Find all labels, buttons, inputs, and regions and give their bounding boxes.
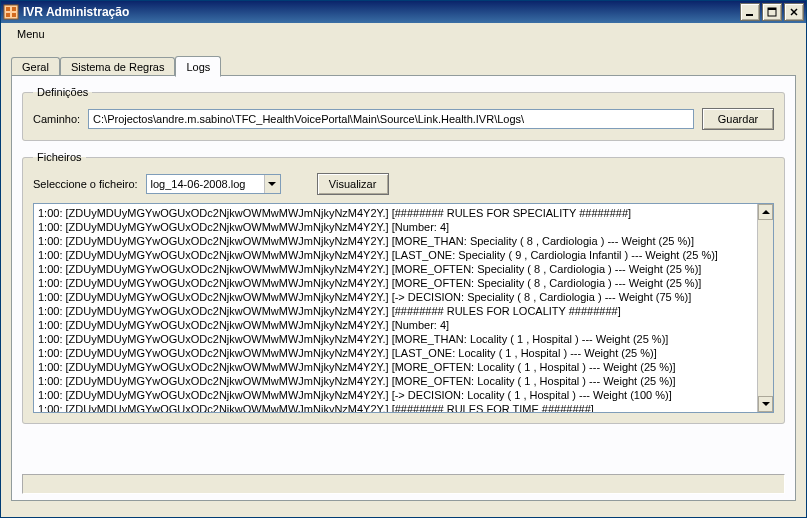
log-line: 1:00: [ZDUyMDUyMGYwOGUxODc2NjkwOWMwMWJmN… [38,374,753,388]
group-definicoes: Definições Caminho: Guardar [22,86,785,141]
svg-rect-7 [768,8,776,10]
scroll-track[interactable] [758,220,773,396]
log-line: 1:00: [ZDUyMDUyMGYwOGUxODc2NjkwOWMwMWJmN… [38,360,753,374]
tab-panel-logs: Definições Caminho: Guardar Ficheiros Se… [11,75,796,501]
menu-item-main[interactable]: Menu [11,26,51,42]
file-combobox-value: log_14-06-2008.log [147,178,264,190]
log-line: 1:00: [ZDUyMDUyMGYwOGUxODc2NjkwOWMwMWJmN… [38,234,753,248]
menu-bar: Menu [1,23,806,45]
caminho-input[interactable] [88,109,694,129]
log-line: 1:00: [ZDUyMDUyMGYwOGUxODc2NjkwOWMwMWJmN… [38,262,753,276]
log-scrollbar[interactable] [757,204,773,412]
svg-rect-4 [12,13,16,17]
group-ficheiros-legend: Ficheiros [33,151,86,163]
visualizar-button[interactable]: Visualizar [317,173,389,195]
svg-rect-3 [6,13,10,17]
svg-marker-10 [268,182,276,186]
log-line: 1:00: [ZDUyMDUyMGYwOGUxODc2NjkwOWMwMWJmN… [38,206,753,220]
log-line: 1:00: [ZDUyMDUyMGYwOGUxODc2NjkwOWMwMWJmN… [38,402,753,412]
window-title: IVR Administração [23,5,740,19]
log-line: 1:00: [ZDUyMDUyMGYwOGUxODc2NjkwOWMwMWJmN… [38,332,753,346]
guardar-button[interactable]: Guardar [702,108,774,130]
log-line: 1:00: [ZDUyMDUyMGYwOGUxODc2NjkwOWMwMWJmN… [38,248,753,262]
tab-logs[interactable]: Logs [175,56,221,77]
caminho-label: Caminho: [33,113,80,125]
svg-marker-12 [762,402,770,406]
svg-marker-11 [762,210,770,214]
svg-rect-5 [746,14,753,16]
log-textarea[interactable]: 1:00: [ZDUyMDUyMGYwOGUxODc2NjkwOWMwMWJmN… [33,203,774,413]
group-ficheiros: Ficheiros Seleccione o ficheiro: log_14-… [22,151,785,424]
log-line: 1:00: [ZDUyMDUyMGYwOGUxODc2NjkwOWMwMWJmN… [38,276,753,290]
scroll-up-icon[interactable] [758,204,773,220]
log-line: 1:00: [ZDUyMDUyMGYwOGUxODc2NjkwOWMwMWJmN… [38,304,753,318]
window-maximize-button[interactable] [762,3,782,21]
window-close-button[interactable] [784,3,804,21]
log-line: 1:00: [ZDUyMDUyMGYwOGUxODc2NjkwOWMwMWJmN… [38,290,753,304]
status-bar [22,474,785,494]
log-line: 1:00: [ZDUyMDUyMGYwOGUxODc2NjkwOWMwMWJmN… [38,346,753,360]
log-line: 1:00: [ZDUyMDUyMGYwOGUxODc2NjkwOWMwMWJmN… [38,220,753,234]
svg-rect-2 [12,7,16,11]
window-minimize-button[interactable] [740,3,760,21]
tab-geral[interactable]: Geral [11,57,60,76]
app-icon [3,4,19,20]
tab-sistema-de-regras[interactable]: Sistema de Regras [60,57,176,76]
scroll-down-icon[interactable] [758,396,773,412]
tab-strip: Geral Sistema de Regras Logs [11,53,796,75]
group-definicoes-legend: Definições [33,86,92,98]
svg-rect-1 [6,7,10,11]
select-file-label: Seleccione o ficheiro: [33,178,138,190]
file-combobox[interactable]: log_14-06-2008.log [146,174,281,194]
title-bar: IVR Administração [1,1,806,23]
log-line: 1:00: [ZDUyMDUyMGYwOGUxODc2NjkwOWMwMWJmN… [38,388,753,402]
chevron-down-icon[interactable] [264,175,280,193]
log-line: 1:00: [ZDUyMDUyMGYwOGUxODc2NjkwOWMwMWJmN… [38,318,753,332]
